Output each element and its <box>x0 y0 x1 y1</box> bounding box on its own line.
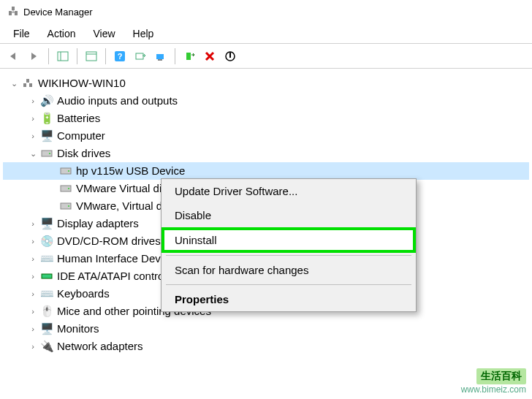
tree-label: WIKIHOW-WIN10 <box>38 75 126 92</box>
svg-point-26 <box>68 205 69 207</box>
battery-icon: 🔋 <box>39 110 54 127</box>
svg-rect-5 <box>58 52 68 61</box>
expand-icon[interactable]: › <box>28 95 38 107</box>
svg-rect-2 <box>12 7 15 10</box>
forward-button[interactable] <box>25 47 44 66</box>
menubar: File Action View Help <box>0 23 532 44</box>
tree-label: Monitors <box>57 321 99 338</box>
monitor-icon: 🖥️ <box>39 321 54 338</box>
tree-label: DVD/CD-ROM drives <box>57 233 161 250</box>
tree-node-batteries[interactable]: › 🔋 Batteries <box>3 110 529 127</box>
svg-rect-1 <box>15 11 18 15</box>
expand-icon[interactable]: › <box>28 270 38 283</box>
disk-icon <box>58 167 73 175</box>
tree-label: Network adapters <box>57 338 143 355</box>
mouse-icon: 🖱️ <box>39 303 54 320</box>
computer-icon <box>20 78 35 88</box>
svg-rect-16 <box>23 83 26 87</box>
context-uninstall[interactable]: Uninstall <box>162 227 416 253</box>
dvd-icon: 💿 <box>39 233 54 250</box>
context-update-driver[interactable]: Update Driver Software... <box>162 179 416 203</box>
keyboard-icon: ⌨️ <box>39 286 54 303</box>
tree-label: Disk drives <box>57 145 110 162</box>
svg-text:?: ? <box>118 52 123 61</box>
disk-icon <box>58 202 73 210</box>
help-button[interactable]: ? <box>110 47 129 66</box>
toolbar-separator <box>105 48 106 64</box>
tree-node-disk-drives[interactable]: ⌄ Disk drives <box>3 145 529 162</box>
toolbar-separator <box>77 48 77 64</box>
tree-node-network[interactable]: › 🔌 Network adapters <box>3 338 529 355</box>
titlebar: Device Manager <box>0 0 532 23</box>
tree-label: hp v115w USB Device <box>76 163 185 180</box>
svg-point-22 <box>68 170 69 172</box>
tree-node-computer[interactable]: › 🖥️ Computer <box>3 127 529 145</box>
svg-rect-13 <box>158 59 162 61</box>
collapse-icon[interactable]: ⌄ <box>9 77 19 90</box>
ide-icon <box>39 272 54 281</box>
window-title: Device Manager <box>23 7 93 18</box>
menu-help[interactable]: Help <box>124 25 163 42</box>
watermark-url: www.bimeiz.com <box>461 384 526 395</box>
expand-icon[interactable]: › <box>28 113 38 125</box>
monitor-icon: 🖥️ <box>39 128 54 145</box>
context-menu: Update Driver Software... Disable Uninst… <box>161 178 417 312</box>
back-button[interactable] <box>4 47 23 66</box>
expand-icon[interactable]: › <box>28 341 38 353</box>
disable-device-button[interactable] <box>221 47 240 66</box>
watermark-label: 生活百科 <box>476 368 526 384</box>
tree-node-disk-child-selected[interactable]: hp v115w USB Device <box>3 162 529 180</box>
svg-rect-18 <box>26 79 29 83</box>
svg-rect-11 <box>136 53 143 59</box>
expand-icon[interactable]: › <box>28 130 38 142</box>
tree-label: Batteries <box>57 110 100 127</box>
svg-point-24 <box>68 188 69 189</box>
hid-icon: ⌨️ <box>39 251 54 267</box>
svg-point-20 <box>49 153 50 154</box>
toolbar-separator <box>175 48 175 64</box>
disk-icon <box>58 184 73 193</box>
context-properties[interactable]: Properties <box>162 287 416 311</box>
expand-icon[interactable]: › <box>28 235 38 248</box>
svg-rect-0 <box>9 11 12 15</box>
enable-device-button[interactable] <box>180 47 199 66</box>
toolbar: ? <box>0 44 532 69</box>
svg-rect-27 <box>42 274 52 278</box>
expand-icon[interactable]: › <box>28 253 38 265</box>
toolbar-separator <box>48 48 49 64</box>
context-separator <box>166 284 411 285</box>
uninstall-device-button[interactable] <box>200 47 219 66</box>
expand-icon[interactable]: › <box>28 305 38 318</box>
context-scan-hardware[interactable]: Scan for hardware changes <box>162 258 416 282</box>
disk-icon <box>39 149 54 158</box>
tree-root[interactable]: ⌄ WIKIHOW-WIN10 <box>3 75 529 92</box>
context-disable[interactable]: Disable <box>162 203 416 227</box>
menu-file[interactable]: File <box>4 25 39 42</box>
collapse-icon[interactable]: ⌄ <box>28 148 38 160</box>
tree-node-monitors[interactable]: › 🖥️ Monitors <box>3 320 529 338</box>
properties-button[interactable] <box>82 47 101 66</box>
menu-view[interactable]: View <box>84 25 123 42</box>
svg-rect-14 <box>186 53 191 60</box>
expand-icon[interactable]: › <box>28 218 38 230</box>
update-driver-button[interactable] <box>151 47 170 66</box>
menu-action[interactable]: Action <box>39 25 85 42</box>
tree-node-audio[interactable]: › 🔊 Audio inputs and outputs <box>3 92 529 110</box>
svg-rect-12 <box>156 54 164 59</box>
display-adapter-icon: 🖥️ <box>39 216 54 232</box>
tree-label: Display adapters <box>57 216 139 232</box>
show-hide-tree-button[interactable] <box>53 47 72 66</box>
tree-label: Computer <box>57 128 105 145</box>
expand-icon[interactable]: › <box>28 323 38 335</box>
expand-icon[interactable]: › <box>28 288 38 300</box>
tree-label: VMware Virtual disk <box>76 180 172 197</box>
audio-icon: 🔊 <box>39 93 54 110</box>
network-icon: 🔌 <box>39 338 54 355</box>
watermark: 生活百科 www.bimeiz.com <box>461 368 526 395</box>
tree-label: Audio inputs and outputs <box>57 93 178 110</box>
tree-label: Keyboards <box>57 286 110 303</box>
svg-rect-17 <box>29 83 32 87</box>
context-separator <box>166 255 411 256</box>
device-manager-icon <box>7 5 19 19</box>
scan-hardware-button[interactable] <box>131 47 150 66</box>
